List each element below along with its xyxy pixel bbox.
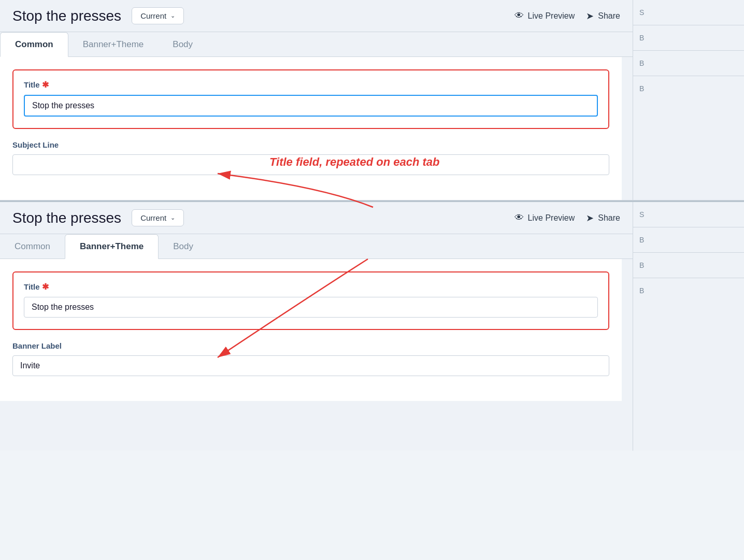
panel2-header: Stop the presses Current ⌄ 👁 Live Previe… bbox=[0, 202, 633, 234]
tab-body[interactable]: Body bbox=[158, 33, 207, 56]
right-col-b3: B bbox=[633, 76, 744, 101]
panel2-tabs: Common Banner+Theme Body bbox=[0, 234, 633, 259]
tab-body-label: Body bbox=[173, 39, 193, 49]
share-label: Share bbox=[598, 11, 620, 21]
panel2-right-col-s: S bbox=[633, 202, 744, 227]
title-section-box: Title ✱ bbox=[12, 69, 609, 129]
panel2-tab-body-label: Body bbox=[173, 241, 193, 251]
live-preview-button[interactable]: 👁 Live Preview bbox=[514, 10, 575, 21]
panel1-header: Stop the presses Current ⌄ 👁 Live Previe… bbox=[0, 0, 633, 32]
panel2-version-dropdown[interactable]: Current ⌄ bbox=[132, 209, 184, 226]
right-col-b1: B bbox=[633, 25, 744, 51]
panel2-right-col-b1: B bbox=[633, 227, 744, 253]
panel2-right-col-b3: B bbox=[633, 278, 744, 303]
title-input[interactable] bbox=[24, 95, 598, 117]
title-field-label: Title ✱ bbox=[24, 80, 598, 90]
panel2-right-col-b2: B bbox=[633, 253, 744, 278]
panel2-content: Title ✱ Banner Label bbox=[0, 259, 622, 401]
chevron-down-icon: ⌄ bbox=[170, 12, 175, 19]
panel2-live-preview-button[interactable]: 👁 Live Preview bbox=[514, 212, 575, 223]
panel1-content: Title ✱ Subject Line bbox=[0, 57, 622, 200]
live-preview-label: Live Preview bbox=[528, 11, 575, 21]
panel2-right-col: S B B B bbox=[633, 202, 744, 451]
subject-line-label: Subject Line bbox=[12, 140, 609, 149]
subject-line-section: Subject Line bbox=[12, 140, 609, 175]
panel2-chevron-down-icon: ⌄ bbox=[170, 214, 175, 221]
panel1-right-col: S B B B bbox=[633, 0, 744, 200]
panel2-tab-banner-theme[interactable]: Banner+Theme bbox=[65, 234, 159, 259]
panel2-title: Stop the presses bbox=[12, 210, 121, 226]
tab-common-label: Common bbox=[15, 39, 53, 49]
share-icon: ➤ bbox=[586, 10, 594, 22]
panel2-tab-body[interactable]: Body bbox=[159, 235, 208, 259]
panel2-eye-icon: 👁 bbox=[514, 212, 524, 223]
panel2-live-preview-label: Live Preview bbox=[528, 213, 575, 223]
banner-label-section: Banner Label bbox=[12, 341, 609, 376]
panel2-share-button[interactable]: ➤ Share bbox=[586, 212, 620, 224]
panel2-share-label: Share bbox=[598, 213, 620, 223]
tab-banner-theme-label: Banner+Theme bbox=[83, 39, 144, 49]
eye-icon: 👁 bbox=[514, 10, 524, 21]
version-label: Current bbox=[140, 11, 166, 20]
panel2-tab-common-label: Common bbox=[15, 241, 50, 251]
title-required-star: ✱ bbox=[42, 80, 49, 90]
tab-banner-theme[interactable]: Banner+Theme bbox=[68, 33, 159, 56]
panel2-title-field-label: Title ✱ bbox=[24, 282, 598, 292]
panel2-version-label: Current bbox=[140, 213, 166, 222]
subject-line-input[interactable] bbox=[12, 154, 609, 175]
panel2-title-section-box: Title ✱ bbox=[12, 271, 609, 330]
panel2-title-input[interactable] bbox=[24, 297, 598, 318]
panel1-tabs: Common Banner+Theme Body bbox=[0, 32, 633, 57]
banner-label-input[interactable] bbox=[12, 355, 609, 376]
panel2-tab-common[interactable]: Common bbox=[0, 235, 65, 259]
version-dropdown[interactable]: Current ⌄ bbox=[132, 7, 184, 24]
panel2-tab-banner-theme-label: Banner+Theme bbox=[80, 241, 144, 251]
panel2-share-icon: ➤ bbox=[586, 212, 594, 224]
tab-common[interactable]: Common bbox=[0, 32, 68, 57]
right-col-b2: B bbox=[633, 51, 744, 76]
panel2-title-required-star: ✱ bbox=[42, 282, 49, 292]
share-button[interactable]: ➤ Share bbox=[586, 10, 620, 22]
banner-label-field-label: Banner Label bbox=[12, 341, 609, 350]
panel1-title: Stop the presses bbox=[12, 8, 121, 24]
right-col-s: S bbox=[633, 0, 744, 25]
